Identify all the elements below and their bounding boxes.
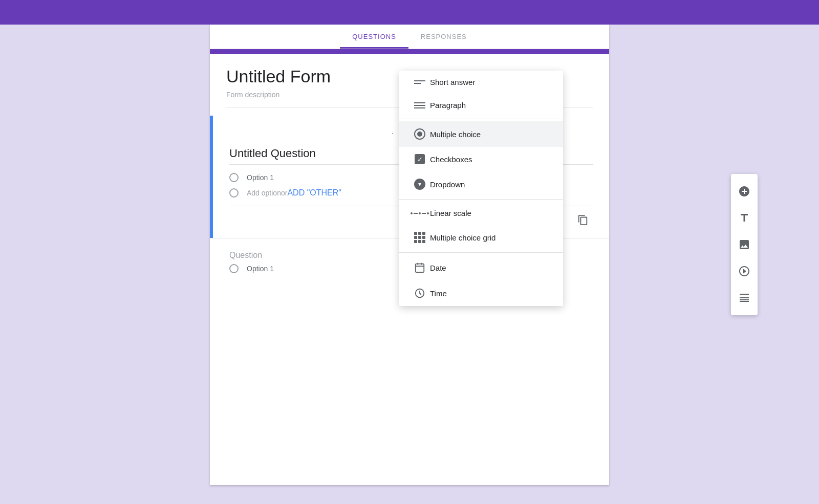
menu-item-checkboxes[interactable]: ✓ Checkboxes bbox=[399, 147, 563, 171]
add-option-text[interactable]: Add option bbox=[247, 189, 281, 197]
paragraph-icon bbox=[410, 102, 430, 108]
tab-responses[interactable]: RESPONSES bbox=[408, 25, 479, 49]
menu-divider-3 bbox=[399, 252, 563, 253]
menu-item-multiple-choice[interactable]: Multiple choice bbox=[399, 121, 563, 147]
option-text-1: Option 1 bbox=[247, 173, 274, 182]
copy-button[interactable] bbox=[573, 210, 593, 230]
add-title-button[interactable] bbox=[731, 205, 758, 231]
add-video-button[interactable] bbox=[731, 258, 758, 284]
radio-circle-q2 bbox=[229, 264, 239, 273]
menu-item-paragraph[interactable]: Paragraph bbox=[399, 94, 563, 117]
svg-rect-0 bbox=[416, 264, 424, 273]
add-other-link[interactable]: ADD "OTHER" bbox=[287, 188, 341, 198]
time-icon bbox=[410, 288, 430, 299]
date-icon bbox=[410, 262, 430, 273]
right-toolbar bbox=[731, 174, 758, 315]
add-option-or: or bbox=[281, 189, 287, 197]
question-type-dropdown: Short answer Paragraph Multiple choice bbox=[399, 71, 563, 306]
tabs-bar: QUESTIONS RESPONSES bbox=[210, 25, 609, 49]
radio-circle-add bbox=[229, 188, 239, 198]
top-bar bbox=[0, 0, 819, 25]
short-answer-icon bbox=[410, 80, 430, 84]
page-wrapper: QUESTIONS RESPONSES Untitled Form Form d… bbox=[0, 25, 819, 485]
multiple-choice-icon bbox=[410, 128, 430, 140]
tab-questions[interactable]: QUESTIONS bbox=[340, 25, 408, 49]
menu-item-dropdown[interactable]: ▾ Dropdown bbox=[399, 171, 563, 197]
add-section-button[interactable] bbox=[731, 284, 758, 311]
option-text-q2: Option 1 bbox=[247, 265, 274, 273]
menu-item-time[interactable]: Time bbox=[399, 280, 563, 306]
menu-item-grid[interactable]: Multiple choice grid bbox=[399, 225, 563, 250]
checkboxes-icon: ✓ bbox=[410, 154, 430, 164]
dropdown-type-icon: ▾ bbox=[410, 179, 430, 190]
menu-divider-2 bbox=[399, 199, 563, 200]
linear-scale-icon bbox=[410, 212, 430, 214]
menu-item-linear-scale[interactable]: Linear scale bbox=[399, 202, 563, 225]
grid-icon bbox=[410, 232, 430, 243]
radio-circle-1 bbox=[229, 173, 239, 182]
add-question-button[interactable] bbox=[731, 178, 758, 205]
menu-item-date[interactable]: Date bbox=[399, 255, 563, 280]
menu-item-short-answer[interactable]: Short answer bbox=[399, 71, 563, 94]
menu-divider-1 bbox=[399, 119, 563, 119]
add-image-button[interactable] bbox=[731, 231, 758, 258]
